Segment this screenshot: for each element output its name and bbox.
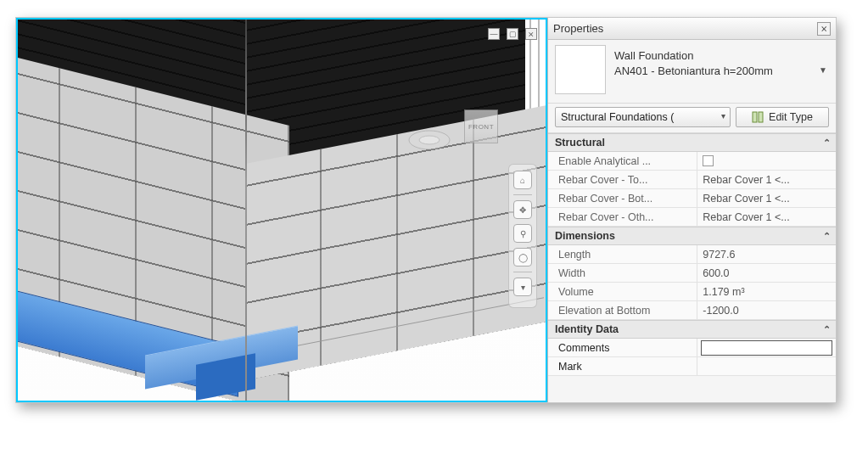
category-filter-dropdown[interactable]: Structural Foundations ( [555,107,731,127]
comments-input[interactable] [701,340,832,356]
nav-home-icon[interactable]: ⌂ [513,171,532,189]
enable-analytical-checkbox[interactable] [697,152,836,170]
nav-more-icon[interactable]: ▾ [513,278,532,296]
steering-wheel[interactable] [406,128,452,152]
nav-orbit-icon[interactable]: ◯ [513,248,532,266]
svg-point-1 [419,136,440,144]
collapse-icon[interactable]: ⌃ [823,137,831,149]
width-value: 600.0 [697,264,836,282]
category-row: Structural Foundations ( Edit Type [548,104,836,133]
prop-row-rebar-bottom: Rebar Cover - Bot... Rebar Cover 1 <... [548,189,836,208]
svg-rect-3 [759,112,763,122]
group-header-identity[interactable]: Identity Data ⌃ [548,320,836,339]
prop-row-rebar-other: Rebar Cover - Oth... Rebar Cover 1 <... [548,208,836,227]
viewport-close-button[interactable]: ⨯ [525,28,537,40]
collapse-icon[interactable]: ⌃ [823,324,831,335]
type-family-label: Wall Foundation [614,48,809,64]
edit-type-label: Edit Type [769,111,813,123]
prop-row-mark: Mark [548,357,836,376]
rebar-cover-top-value[interactable]: Rebar Cover 1 <... [697,171,836,188]
properties-close-button[interactable]: ⨯ [817,22,831,36]
viewport-maximize-button[interactable]: ▢ [507,28,518,40]
prop-row-rebar-top: Rebar Cover - To... Rebar Cover 1 <... [548,171,836,189]
properties-title: Properties [553,22,603,35]
rebar-cover-other-value[interactable]: Rebar Cover 1 <... [697,208,836,226]
group-header-structural[interactable]: Structural ⌃ [548,133,836,152]
nav-zoom-icon[interactable]: ⚲ [513,224,532,243]
prop-row-comments: Comments [548,339,836,357]
type-dropdown-arrow[interactable]: ▼ [817,45,829,94]
navigation-bar: ⌂ ✥ ⚲ ◯ ▾ [508,164,537,308]
type-name-label: AN401 - Betoniantura h=200mm [614,64,809,79]
type-selector[interactable]: Wall Foundation AN401 - Betoniantura h=2… [548,40,836,104]
prop-row-elevation-bottom: Elevation at Bottom -1200.0 [548,301,836,320]
viewcube-face[interactable]: FRONT [464,109,498,143]
viewcube[interactable]: FRONT [459,104,503,149]
viewport-window-controls: — ▢ ⨯ [488,28,537,40]
group-header-dimensions[interactable]: Dimensions ⌃ [548,227,836,245]
nav-pan-icon[interactable]: ✥ [513,200,532,219]
viewport-minimize-button[interactable]: — [488,28,500,40]
prop-row-volume: Volume 1.179 m³ [548,283,836,301]
prop-row-enable-analytical: Enable Analytical ... [548,152,836,171]
collapse-icon[interactable]: ⌃ [823,231,831,242]
properties-panel: Properties ⨯ Wall Foundation AN401 - Bet… [547,18,836,402]
volume-value: 1.179 m³ [697,283,836,300]
svg-rect-2 [753,112,757,122]
app-frame: — ▢ ⨯ FRONT ⌂ ✥ ⚲ ◯ ▾ [15,17,837,403]
type-description: Wall Foundation AN401 - Betoniantura h=2… [614,45,809,94]
prop-row-width: Width 600.0 [548,264,836,283]
model-scene [18,20,546,401]
elevation-bottom-value: -1200.0 [697,301,836,319]
prop-row-length: Length 9727.6 [548,245,836,264]
3d-viewport[interactable]: — ▢ ⨯ FRONT ⌂ ✥ ⚲ ◯ ▾ [16,18,547,402]
length-value: 9727.6 [697,245,836,263]
edit-type-icon [752,111,764,123]
type-thumbnail [555,45,606,94]
properties-header: Properties ⨯ [548,18,836,40]
rebar-cover-bottom-value[interactable]: Rebar Cover 1 <... [697,189,836,207]
mark-value[interactable] [697,357,836,375]
comments-cell[interactable] [697,339,836,356]
edit-type-button[interactable]: Edit Type [736,107,829,127]
